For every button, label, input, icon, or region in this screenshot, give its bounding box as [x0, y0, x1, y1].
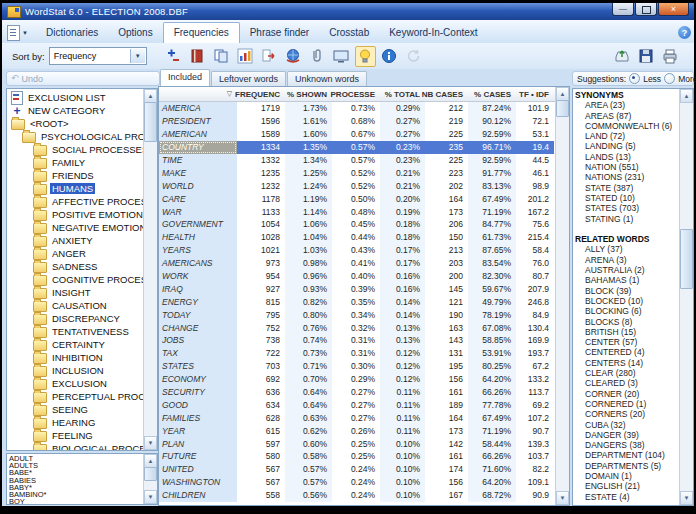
radio-less-label[interactable]: Less	[643, 74, 661, 84]
tab-phrase-finder[interactable]: Phrase finder	[240, 23, 319, 43]
tree-item-anger[interactable]: ANGER	[8, 247, 144, 260]
suggestion-item[interactable]: ENGLISH (21)	[575, 481, 681, 491]
tree-item-feeling[interactable]: FEELING	[8, 429, 144, 442]
tree-item-new-category[interactable]: +NEW CATEGORY	[8, 104, 144, 117]
suggestion-item[interactable]: STATE (387)	[575, 183, 681, 193]
suggestion-item[interactable]: CLEARED (3)	[575, 378, 681, 388]
column-header-shown[interactable]: % SHOWN	[285, 87, 332, 101]
help-icon[interactable]: ?	[678, 26, 691, 39]
tree-item-cognitive-processes[interactable]: COGNITIVE PROCESSES	[8, 273, 144, 286]
scroll-down-icon[interactable]: ▼	[680, 491, 693, 505]
table-row[interactable]: ECONOMY6920.70%0.29%0.12%15664.20%133.2	[159, 373, 556, 386]
suggestion-item[interactable]: CUBA (32)	[575, 420, 681, 430]
suggestion-item[interactable]: DANGER (39)	[575, 430, 681, 440]
maximize-button[interactable]	[635, 3, 657, 16]
suggestion-item[interactable]: LANDS (13)	[575, 152, 681, 162]
undo-button[interactable]: ↶ Undo	[6, 71, 160, 86]
suggestion-item[interactable]: DANGERS (38)	[575, 440, 681, 450]
tree-item-social-processes[interactable]: SOCIAL PROCESSES	[8, 143, 144, 156]
close-button[interactable]: ×	[658, 3, 689, 16]
table-row[interactable]: MAKE12351.25%0.52%0.21%22391.77%46.1	[159, 166, 556, 179]
minimize-button[interactable]: —	[612, 3, 634, 16]
table-row[interactable]: ENERGY8150.82%0.35%0.14%12149.79%246.8	[159, 295, 556, 308]
tab-options[interactable]: Options	[108, 23, 162, 43]
suggestion-item[interactable]: AUSTRALIA (2)	[575, 265, 681, 275]
suggestions-scrollbar[interactable]: ▲ ▼	[679, 89, 693, 505]
tree-item-discrepancy[interactable]: DISCREPANCY	[8, 312, 144, 325]
table-row[interactable]: FAMILIES6280.63%0.27%0.11%16467.49%107.2	[159, 411, 556, 424]
tree-item-tentativeness[interactable]: TENTATIVENESS	[8, 325, 144, 338]
suggestion-item[interactable]: COMMONWEALTH (6)	[575, 121, 681, 131]
table-row[interactable]: FUTURE5800.58%0.25%0.10%16166.26%103.7	[159, 450, 556, 463]
suggestion-item[interactable]: ARENA (3)	[575, 255, 681, 265]
export-icon[interactable]	[259, 46, 280, 67]
speak-icon[interactable]	[283, 46, 304, 67]
tree-item-exclusion-list[interactable]: EXCLUSION LIST	[8, 91, 144, 104]
suggestion-item[interactable]: CLEAR (280)	[575, 368, 681, 378]
suggestion-item[interactable]: STATES (703)	[575, 203, 681, 213]
dropdown-caret-icon[interactable]: ▼	[130, 49, 145, 63]
suggestion-item[interactable]: ESTATE (4)	[575, 492, 681, 502]
tree-item-perceptual-processes[interactable]: PERCEPTUAL PROCESSES	[8, 390, 144, 403]
radio-more[interactable]	[664, 73, 675, 84]
suggestion-item[interactable]: DEPARTMENTS (5)	[575, 461, 681, 471]
column-header-cases[interactable]: % CASES	[468, 87, 516, 101]
suggestion-item[interactable]: BRITISH (15)	[575, 327, 681, 337]
tree-item-affective-processes[interactable]: AFFECTIVE PROCESSES	[8, 195, 144, 208]
table-row[interactable]: AMERICA17191.73%0.73%0.29%21287.24%101.9	[159, 102, 556, 115]
scroll-down-icon[interactable]: ▼	[556, 491, 569, 505]
tree-item-inhibition[interactable]: INHIBITION	[8, 351, 144, 364]
tree-item-family[interactable]: FAMILY	[8, 156, 144, 169]
table-row[interactable]: IRAQ9270.93%0.39%0.16%14559.67%207.9	[159, 282, 556, 295]
column-header-nb-cases[interactable]: NB CASES	[425, 87, 468, 101]
tree-item-sadness[interactable]: SADNESS	[8, 260, 144, 273]
column-header-word[interactable]	[159, 87, 237, 101]
suggestion-item[interactable]: BLOCKS (8)	[575, 317, 681, 327]
table-scrollbar[interactable]: ▲ ▼	[555, 87, 569, 505]
suggestion-item[interactable]: BLOCKING (6)	[575, 306, 681, 316]
tree-item-inclusion[interactable]: INCLUSION	[8, 364, 144, 377]
dictionary-icon[interactable]	[187, 46, 208, 67]
save-icon[interactable]	[635, 46, 656, 67]
tree-item-hearing[interactable]: HEARING	[8, 416, 144, 429]
suggestions-scrollbar-thumb[interactable]	[680, 229, 693, 289]
suggestion-item[interactable]: ALLY (37)	[575, 244, 681, 254]
suggestion-item[interactable]: LAND (72)	[575, 131, 681, 141]
subtab-included[interactable]: Included	[160, 69, 210, 86]
scroll-up-icon[interactable]: ▲	[680, 89, 693, 103]
suggestion-item[interactable]: DEPARTMENT (104)	[575, 450, 681, 460]
radio-more-label[interactable]: More	[678, 74, 696, 84]
copy-icon[interactable]	[211, 46, 232, 67]
report-menu-button[interactable]: ▼	[7, 25, 28, 41]
subtab-leftover-words[interactable]: Leftover words	[211, 71, 286, 86]
words-scrollbar-thumb[interactable]	[144, 467, 157, 481]
column-header-processe[interactable]: PROCESSE	[332, 87, 380, 101]
table-row[interactable]: WASHINGTON5670.57%0.24%0.10%15664.20%109…	[159, 476, 556, 489]
table-row[interactable]: WORK9540.96%0.40%0.16%20082.30%80.7	[159, 270, 556, 283]
suggestion-item[interactable]: CENTER (57)	[575, 337, 681, 347]
tree-item-friends[interactable]: FRIENDS	[8, 169, 144, 182]
table-row[interactable]: TIME13321.34%0.57%0.23%22592.59%44.5	[159, 154, 556, 167]
tab-keyword-in-context[interactable]: Keyword-In-Context	[379, 23, 487, 43]
table-row[interactable]: GOOD6340.64%0.27%0.11%18977.78%69.2	[159, 398, 556, 411]
tree-item-causation[interactable]: CAUSATION	[8, 299, 144, 312]
sort-by-select[interactable]: Frequency ▼	[49, 47, 147, 65]
tree-item-positive-emotion[interactable]: POSITIVE EMOTION	[8, 208, 144, 221]
tree-scrollbar[interactable]: ▲ ▼	[143, 89, 157, 450]
suggestion-item[interactable]: CORNERS (20)	[575, 409, 681, 419]
column-header-frequenc[interactable]: ▽FREQUENC	[237, 87, 285, 101]
table-row[interactable]: COUNTRY13341.35%0.57%0.23%23596.71%19.4	[159, 141, 556, 154]
suggestion-item[interactable]: CENTERS (14)	[575, 358, 681, 368]
suggestion-item[interactable]: AREA (23)	[575, 100, 681, 110]
scroll-up-icon[interactable]: ▲	[556, 87, 569, 101]
table-row[interactable]: CARE11781.19%0.50%0.20%16467.49%201.2	[159, 192, 556, 205]
table-row[interactable]: TODAY7950.80%0.34%0.14%19078.19%84.9	[159, 308, 556, 321]
suggestion-item[interactable]: BAHAMAS (1)	[575, 275, 681, 285]
tree-item-certainty[interactable]: CERTAINTY	[8, 338, 144, 351]
tree-item-humans[interactable]: HUMANS	[8, 182, 144, 195]
table-row[interactable]: AMERICAN15891.60%0.67%0.27%22592.59%53.1	[159, 128, 556, 141]
display-icon[interactable]	[331, 46, 352, 67]
word-list-item[interactable]: BOY	[9, 498, 144, 504]
table-row[interactable]: JOBS7380.74%0.31%0.13%14358.85%169.9	[159, 334, 556, 347]
suggestion-item[interactable]: STATING (1)	[575, 214, 681, 224]
